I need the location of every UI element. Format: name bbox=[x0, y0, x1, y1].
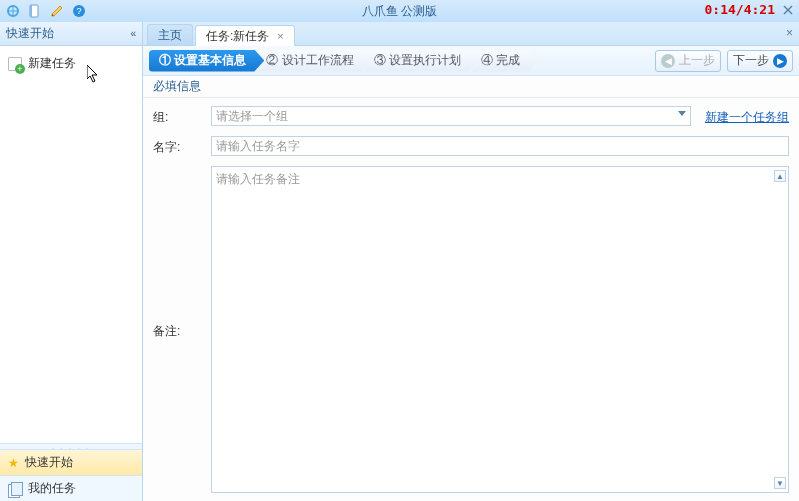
sidebar-footer-label: 快速开始 bbox=[25, 454, 73, 471]
remark-label: 备注: bbox=[153, 320, 203, 340]
sidebar-footer-label: 我的任务 bbox=[28, 480, 76, 497]
sidebar-item-new-task[interactable]: 新建任务 bbox=[6, 52, 136, 75]
sidebar-footer-my-tasks[interactable]: 我的任务 bbox=[0, 475, 142, 501]
document-stack-icon bbox=[8, 482, 22, 496]
star-icon: ★ bbox=[8, 456, 19, 470]
titlebar: ? 八爪鱼 公测版 0:14/4:21 bbox=[0, 0, 799, 22]
svg-marker-5 bbox=[52, 6, 62, 16]
app-icon[interactable] bbox=[4, 2, 22, 20]
wizard-steps: ① 设置基本信息 ② 设计工作流程 ③ 设置执行计划 ④ 完成 ◀ 上一步 下一… bbox=[143, 46, 799, 76]
wizard-step-2[interactable]: ② 设计工作流程 bbox=[256, 50, 371, 72]
wizard-step-4[interactable]: ④ 完成 bbox=[471, 50, 538, 72]
button-label: 上一步 bbox=[679, 52, 715, 69]
help-icon[interactable]: ? bbox=[70, 2, 88, 20]
pencil-icon[interactable] bbox=[48, 2, 66, 20]
input-placeholder: 请输入任务名字 bbox=[216, 138, 300, 155]
svg-text:?: ? bbox=[76, 6, 81, 16]
form-row-remark: 备注: 请输入任务备注 ▲ ▼ bbox=[153, 166, 789, 493]
name-label: 名字: bbox=[153, 136, 203, 156]
notebook-icon[interactable] bbox=[26, 2, 44, 20]
scroll-down-icon[interactable]: ▼ bbox=[774, 477, 786, 489]
new-task-icon bbox=[8, 57, 22, 71]
tabstrip-close-icon[interactable]: × bbox=[786, 26, 793, 40]
button-label: 下一步 bbox=[733, 52, 769, 69]
arrow-right-icon: ▶ bbox=[773, 54, 787, 68]
group-label: 组: bbox=[153, 106, 203, 126]
sidebar-title: 快速开始 bbox=[6, 25, 54, 42]
select-placeholder: 请选择一个组 bbox=[216, 108, 288, 125]
next-step-button[interactable]: 下一步 ▶ bbox=[727, 50, 793, 72]
sidebar-collapse-button[interactable]: « bbox=[130, 28, 136, 39]
wizard-step-1[interactable]: ① 设置基本信息 bbox=[149, 50, 264, 72]
form-row-name: 名字: 请输入任务名字 bbox=[153, 136, 789, 156]
scrollbar[interactable]: ▲ ▼ bbox=[774, 170, 786, 489]
tab-label: 主页 bbox=[158, 27, 182, 44]
wizard-step-3[interactable]: ③ 设置执行计划 bbox=[364, 50, 479, 72]
window-close-icon[interactable] bbox=[781, 3, 795, 17]
group-select[interactable]: 请选择一个组 bbox=[211, 106, 691, 126]
content-area: 主页 任务:新任务 × × ① 设置基本信息 ② 设计工作流程 ③ 设置执行计划… bbox=[143, 22, 799, 501]
textarea-placeholder: 请输入任务备注 bbox=[216, 172, 300, 186]
tab-home[interactable]: 主页 bbox=[147, 24, 193, 45]
section-required-info: 必填信息 bbox=[143, 76, 799, 98]
new-group-link[interactable]: 新建一个任务组 bbox=[699, 106, 789, 126]
svg-rect-4 bbox=[30, 5, 32, 17]
step-label: ④ 完成 bbox=[481, 52, 520, 69]
sidebar: 快速开始 « 新建任务 · · · · · ★ 快速开始 我的任务 bbox=[0, 22, 143, 501]
tab-new-task[interactable]: 任务:新任务 × bbox=[195, 25, 295, 46]
tabstrip: 主页 任务:新任务 × × bbox=[143, 22, 799, 46]
sidebar-item-label: 新建任务 bbox=[28, 55, 76, 72]
step-label: ① 设置基本信息 bbox=[159, 52, 246, 69]
sidebar-footer-quick-start[interactable]: ★ 快速开始 bbox=[0, 449, 142, 475]
remark-textarea[interactable]: 请输入任务备注 ▲ ▼ bbox=[211, 166, 789, 493]
tab-label: 任务:新任务 bbox=[206, 28, 269, 45]
sidebar-header: 快速开始 « bbox=[0, 22, 142, 46]
time-stamp: 0:14/4:21 bbox=[705, 2, 775, 17]
step-label: ③ 设置执行计划 bbox=[374, 52, 461, 69]
scroll-up-icon[interactable]: ▲ bbox=[774, 170, 786, 182]
form-row-group: 组: 请选择一个组 新建一个任务组 bbox=[153, 106, 789, 126]
form-area: 组: 请选择一个组 新建一个任务组 名字: 请输入任务名字 备注: 请输入任务备… bbox=[143, 98, 799, 501]
prev-step-button[interactable]: ◀ 上一步 bbox=[655, 50, 721, 72]
tab-close-icon[interactable]: × bbox=[277, 30, 283, 42]
name-input[interactable]: 请输入任务名字 bbox=[211, 136, 789, 156]
arrow-left-icon: ◀ bbox=[661, 54, 675, 68]
app-title: 八爪鱼 公测版 bbox=[362, 3, 437, 20]
step-label: ② 设计工作流程 bbox=[266, 52, 353, 69]
chevron-down-icon bbox=[678, 111, 686, 116]
